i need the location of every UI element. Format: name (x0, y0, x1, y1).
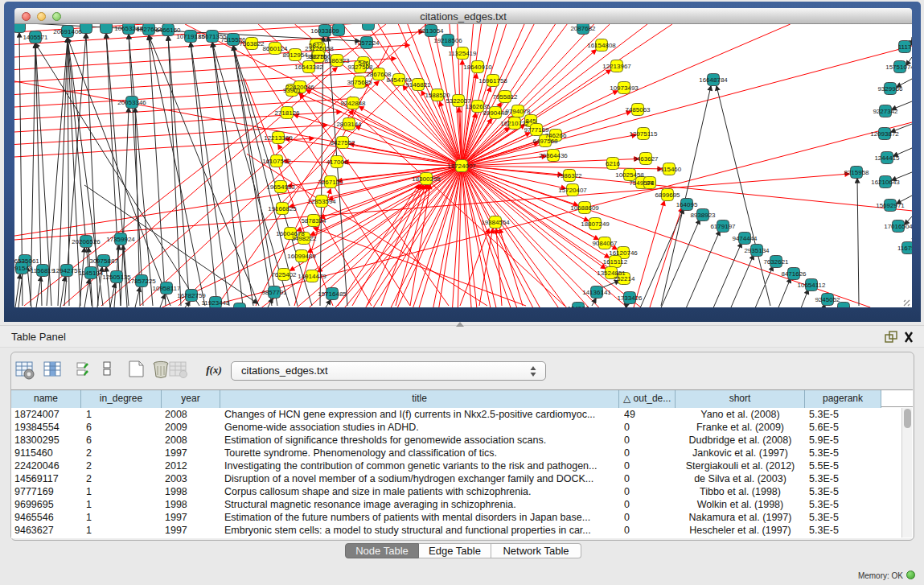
svg-text:7986372: 7986372 (556, 172, 582, 179)
svg-text:845: 845 (525, 117, 536, 125)
svg-text:23226058: 23226058 (305, 45, 334, 52)
svg-text:17359924: 17359924 (106, 236, 135, 243)
svg-text:12942757: 12942757 (52, 267, 81, 274)
svg-text:16782759: 16782759 (177, 292, 206, 299)
svg-text:19218506: 19218506 (433, 37, 462, 44)
svg-text:10025458: 10025458 (615, 171, 644, 179)
svg-text:9242848: 9242848 (340, 100, 366, 107)
svg-text:9084067: 9084067 (592, 240, 618, 247)
svg-text:10654112: 10654112 (798, 282, 827, 289)
svg-text:1733426: 1733426 (617, 295, 643, 302)
svg-text:1244415: 1244415 (874, 154, 900, 162)
svg-text:11923448: 11923448 (202, 299, 231, 307)
svg-text:16543382: 16543382 (294, 64, 323, 71)
svg-text:7563822: 7563822 (239, 40, 265, 47)
svg-text:16107552: 16107552 (262, 158, 291, 165)
svg-text:9115460: 9115460 (657, 166, 682, 173)
svg-text:1615112: 1615112 (603, 258, 628, 266)
svg-text:164095: 164095 (676, 201, 698, 208)
svg-text:30975887: 30975887 (89, 257, 118, 265)
svg-text:10688609: 10688609 (570, 204, 599, 212)
svg-text:18724007: 18724007 (447, 163, 476, 170)
svg-text:18300295: 18300295 (412, 175, 441, 183)
svg-text:19654983: 19654983 (266, 183, 295, 191)
svg-text:7955812: 7955812 (492, 93, 518, 101)
svg-text:9857791: 9857791 (261, 289, 287, 296)
svg-text:15692971: 15692971 (876, 202, 905, 209)
svg-text:17857225: 17857225 (127, 278, 156, 285)
svg-text:84: 84 (647, 179, 654, 187)
svg-text:17016504: 17016504 (884, 223, 912, 230)
svg-text:7485063: 7485063 (625, 106, 651, 113)
svg-text:2087682: 2087682 (570, 25, 596, 32)
svg-text:1405571: 1405571 (23, 34, 48, 41)
svg-text:8813054: 8813054 (418, 27, 444, 35)
svg-text:19384554: 19384554 (481, 219, 510, 226)
svg-text:8938923: 8938923 (690, 212, 716, 219)
svg-text:9245?: 9245? (231, 306, 249, 308)
svg-text:6216: 6216 (606, 160, 620, 167)
svg-text:15720407: 15720407 (558, 187, 587, 194)
svg-text:16099489: 16099489 (287, 253, 316, 260)
svg-text:6179197: 6179197 (710, 223, 736, 230)
svg-text:9474444: 9474444 (732, 235, 758, 242)
svg-text:746266: 746266 (545, 132, 567, 139)
svg-text:7625402: 7625402 (271, 271, 297, 278)
svg-text:11325419: 11325419 (449, 50, 478, 57)
svg-text:3498222: 3498222 (291, 235, 317, 242)
svg-text:20206526: 20206526 (72, 238, 101, 245)
svg-text:9327508: 9327508 (347, 64, 373, 71)
svg-text:12213967: 12213967 (602, 63, 631, 70)
svg-text:417006: 417006 (326, 159, 348, 166)
svg-text:252214: 252214 (614, 275, 635, 282)
svg-text:15716485: 15716485 (318, 290, 347, 298)
svg-text:14914479: 14914479 (298, 273, 326, 280)
svg-text:2718126: 2718126 (274, 109, 300, 117)
svg-text:16120746: 16120746 (609, 249, 638, 257)
svg-text:9146821: 9146821 (405, 81, 431, 89)
svg-text:20364436: 20364436 (539, 152, 568, 159)
svg-text:16033809: 16033809 (310, 27, 339, 35)
svg-text:15751074: 15751074 (885, 64, 912, 71)
svg-text:8990448: 8990448 (483, 109, 508, 117)
svg-text:16961758: 16961758 (478, 77, 507, 84)
svg-text:2935134: 2935134 (744, 247, 770, 254)
svg-text:124508: 124508 (568, 305, 589, 308)
svg-text:7632621: 7632621 (763, 258, 789, 266)
svg-text:9329966: 9329966 (877, 85, 903, 93)
svg-text:3267130: 3267130 (318, 179, 343, 186)
svg-text:10973493: 10973493 (610, 84, 639, 92)
svg-text:6899695: 6899695 (655, 192, 680, 199)
svg-text:5878334: 5878334 (301, 217, 326, 225)
svg-text:18640910: 18640910 (463, 64, 492, 71)
svg-text:20053346: 20053346 (117, 99, 146, 106)
svg-text:8215958: 8215958 (844, 169, 869, 176)
svg-text:1145194: 1145194 (79, 270, 104, 277)
svg-text:26535061: 26535061 (14, 257, 39, 265)
svg-text:9794078: 9794078 (505, 108, 531, 115)
svg-text:18807249: 18807249 (581, 220, 610, 228)
svg-text:12093872: 12093872 (870, 130, 899, 138)
svg-text:1156819: 1156819 (31, 267, 55, 274)
svg-text:8471626: 8471626 (781, 270, 807, 278)
svg-text:16210643: 16210643 (871, 179, 900, 186)
svg-text:14136141: 14136141 (582, 289, 611, 296)
svg-text:12975115: 12975115 (630, 130, 659, 138)
svg-text:20691406: 20691406 (53, 28, 82, 35)
svg-text:19166825: 19166825 (268, 205, 297, 212)
svg-text:12213369: 12213369 (264, 134, 293, 142)
svg-text:f(x): f(x) (206, 364, 222, 376)
svg-text:8912954: 8912954 (282, 51, 308, 59)
svg-text:8186323: 8186323 (324, 57, 350, 64)
svg-text:9463627: 9463627 (633, 155, 659, 163)
svg-text:9227342: 9227342 (873, 108, 898, 115)
svg-text:3675685: 3675685 (347, 79, 372, 86)
svg-text:16648784: 16648784 (699, 76, 728, 84)
svg-text:9245052: 9245052 (815, 296, 840, 303)
svg-text:16154808: 16154808 (587, 42, 616, 49)
svg-text:1117: 1117 (898, 43, 912, 51)
svg-text:10958117: 10958117 (153, 285, 182, 292)
svg-text:116753: 116753 (897, 245, 912, 252)
svg-text:12353594: 12353594 (307, 198, 336, 205)
svg-text:2803144: 2803144 (336, 121, 362, 128)
